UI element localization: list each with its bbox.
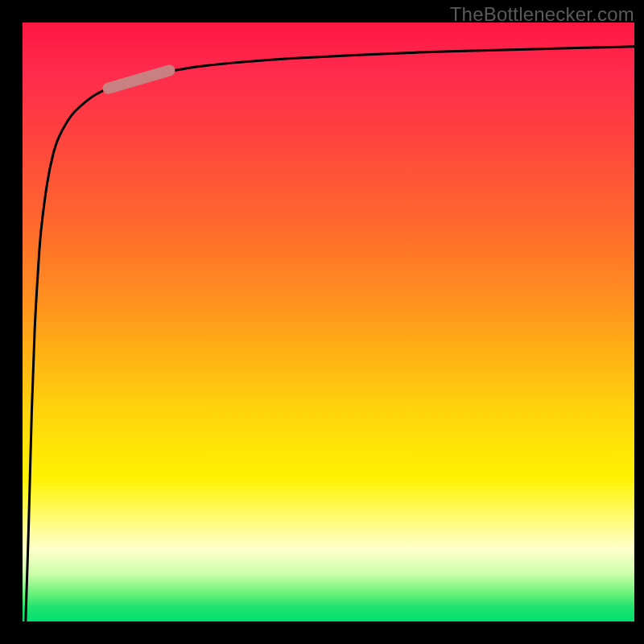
highlight-segment bbox=[108, 71, 169, 89]
plot-area bbox=[23, 23, 634, 621]
chart-frame: TheBottlenecker.com bbox=[0, 0, 644, 644]
curve-svg bbox=[23, 23, 634, 621]
watermark-text: TheBottlenecker.com bbox=[450, 3, 634, 26]
bottleneck-curve bbox=[26, 47, 634, 621]
